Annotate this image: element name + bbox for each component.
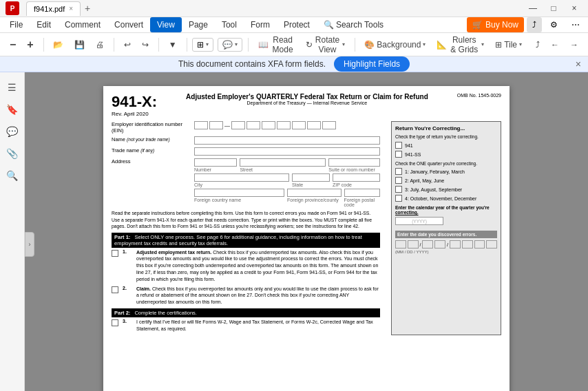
trade-name-input[interactable]: [194, 147, 380, 156]
close-tab-button[interactable]: ×: [69, 5, 73, 12]
main-area: ☰ 🔖 💬 📎 🔍 › 941-X: Rev. April 2020: [0, 72, 588, 391]
941ss-checkbox[interactable]: [395, 151, 402, 158]
ein-box-5[interactable]: [262, 121, 275, 129]
item2-text: Check this box if you overreported tax a…: [136, 286, 379, 305]
sidebar-search-button[interactable]: 🔍: [3, 166, 22, 185]
state-input[interactable]: [292, 173, 330, 182]
q1-checkbox[interactable]: [395, 168, 402, 175]
sidebar-attachments-button[interactable]: 📎: [3, 144, 22, 163]
part1-header: Part 1: Select ONLY one process. See pag…: [112, 233, 380, 248]
foreign-province-input[interactable]: [287, 189, 342, 197]
date-mm-1[interactable]: [395, 240, 406, 249]
sidebar-toggle-button[interactable]: ›: [25, 232, 34, 257]
address-inputs: Number Street Suite or roo: [194, 158, 380, 207]
sidebar-bookmarks-button[interactable]: 🔖: [3, 100, 22, 119]
settings-icon[interactable]: ⚙: [545, 17, 563, 32]
share-button[interactable]: ⤴: [527, 17, 542, 32]
part2-item3-checkbox[interactable]: [112, 319, 118, 326]
q4-label: 4: October, November, December: [405, 196, 476, 201]
ein-box-3[interactable]: [231, 121, 245, 129]
yyyy-placeholder: (YYYY): [412, 219, 427, 224]
restore-button[interactable]: □: [545, 0, 562, 17]
print-button[interactable]: 🖨: [92, 37, 108, 52]
document-layout: ☰ 🔖 💬 📎 🔍 › 941-X: Rev. April 2020: [0, 72, 588, 391]
city-input[interactable]: [194, 173, 289, 182]
calendar-year-input[interactable]: (YYYY): [395, 217, 443, 225]
suite-input[interactable]: [328, 158, 380, 167]
street-input[interactable]: [240, 158, 326, 167]
background-icon: 🎨: [364, 40, 375, 50]
ein-box-2[interactable]: [209, 121, 223, 129]
zoom-in-toolbar-button[interactable]: +: [23, 36, 37, 54]
address-label: Address: [112, 158, 194, 165]
more-options-button[interactable]: ▼: [165, 37, 181, 52]
close-window-button[interactable]: ×: [566, 0, 582, 17]
ein-box-8[interactable]: [307, 121, 321, 129]
date-yyyy-1[interactable]: [450, 240, 461, 249]
q4-checkbox[interactable]: [395, 195, 402, 202]
menu-page[interactable]: Page: [182, 17, 215, 32]
rotate-view-button[interactable]: ↻ Rotate View ▾: [302, 32, 348, 57]
menu-comment[interactable]: Comment: [58, 17, 107, 32]
pdf-content-area[interactable]: 941-X: Rev. April 2020 Adjusted Employer…: [25, 72, 588, 391]
foreign-province-label: Foreign province/county: [287, 198, 342, 202]
address-number-input[interactable]: [194, 158, 237, 167]
menu-form[interactable]: Form: [244, 17, 277, 32]
date-yyyy-4[interactable]: [486, 240, 497, 249]
941-label: 941: [405, 143, 413, 148]
date-dd-1[interactable]: [422, 240, 433, 249]
tile-button[interactable]: ⊞ Tile ▾: [491, 37, 526, 52]
forward-button[interactable]: →: [566, 37, 582, 52]
date-yyyy-3[interactable]: [474, 240, 485, 249]
foreign-postal-input[interactable]: [344, 189, 380, 197]
date-dd-2[interactable]: [434, 240, 445, 249]
941-checkbox[interactable]: [395, 142, 402, 149]
rulers-grids-button[interactable]: 📐 Rulers & Grids ▾: [432, 32, 488, 57]
close-info-bar-button[interactable]: ×: [576, 59, 581, 70]
sidebar-pages-button[interactable]: ☰: [3, 78, 22, 97]
read-mode-button[interactable]: 📖 Read Mode: [254, 32, 299, 57]
open-file-button[interactable]: 📂: [49, 37, 67, 52]
zip-input[interactable]: [333, 173, 380, 182]
menu-view[interactable]: View: [150, 17, 182, 32]
suite-addr-label: Suite or room number: [328, 167, 380, 172]
info-bar: This document contains XFA form fields. …: [0, 56, 588, 72]
foreign-country-input[interactable]: [194, 189, 284, 197]
minimize-button[interactable]: —: [525, 0, 541, 17]
menu-convert[interactable]: Convert: [107, 17, 150, 32]
external-link-button[interactable]: ⤴: [532, 37, 544, 52]
date-yyyy-2[interactable]: [462, 240, 473, 249]
name-input[interactable]: [194, 136, 380, 145]
zoom-out-toolbar-button[interactable]: −: [6, 36, 20, 54]
comment-view-dropdown[interactable]: 💬▾: [218, 38, 242, 52]
sidebar-comments-button[interactable]: 💬: [3, 122, 22, 141]
menu-file[interactable]: File: [3, 17, 30, 32]
redo-button[interactable]: ↪: [138, 37, 153, 52]
background-button[interactable]: 🎨 Background ▾: [360, 37, 430, 52]
back-button[interactable]: ←: [547, 37, 563, 52]
buy-now-button[interactable]: 🛒 🛒 Buy Now Buy Now: [467, 17, 524, 32]
address-row-3: Foreign country name Foreign province/co…: [194, 189, 380, 207]
date-mm-2[interactable]: [408, 240, 419, 249]
thumbnail-view-dropdown[interactable]: ⊞▾: [192, 38, 213, 52]
ein-box-9[interactable]: [322, 121, 336, 129]
overflow-menu-button[interactable]: ⋯: [566, 17, 585, 32]
menu-edit[interactable]: Edit: [30, 17, 58, 32]
q2-checkbox[interactable]: [395, 177, 402, 184]
q3-checkbox[interactable]: [395, 186, 402, 193]
menu-tool[interactable]: Tool: [215, 17, 244, 32]
menu-search-tools[interactable]: 🔍 Search Tools: [317, 17, 390, 32]
part1-item2-checkbox[interactable]: [112, 286, 118, 293]
ein-box-6[interactable]: [277, 121, 291, 129]
form-subtitle: Rev. April 2020: [112, 111, 157, 117]
ein-box-4[interactable]: [246, 121, 260, 129]
ein-box-1[interactable]: [194, 121, 208, 129]
part1-item1-checkbox[interactable]: [112, 250, 118, 257]
document-tab[interactable]: f941x.pdf ×: [26, 1, 81, 16]
undo-button[interactable]: ↩: [120, 37, 135, 52]
new-tab-button[interactable]: +: [81, 0, 94, 17]
ein-box-7[interactable]: [292, 121, 306, 129]
save-button[interactable]: 💾: [70, 37, 89, 52]
highlight-fields-button[interactable]: Highlight Fields: [334, 56, 410, 72]
menu-protect[interactable]: Protect: [277, 17, 317, 32]
